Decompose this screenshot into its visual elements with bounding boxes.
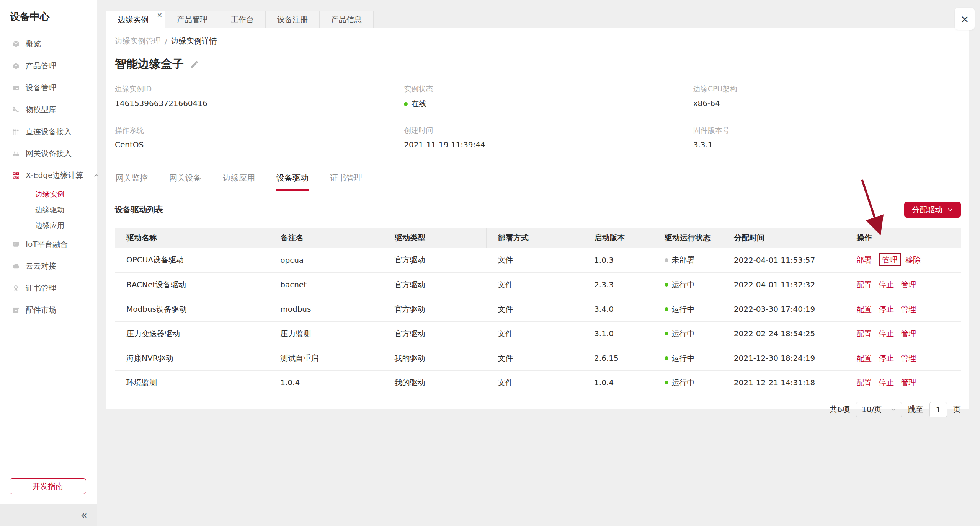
column-header: 驱动运行状态 [653,228,722,248]
cell-driver-name: 海康NVR驱动 [115,346,269,370]
tab-workbench[interactable]: 工作台 [219,11,266,28]
sidebar-item-certificate-management[interactable]: 证书管理 [0,277,97,299]
sidebar-item-x-edge-computing[interactable]: X-Edge边缘计算 [0,164,97,186]
dev-guide-button[interactable]: 开发指南 [10,478,86,494]
sidebar-item-direct-device-access[interactable]: 直连设备接入 [0,121,97,143]
sidebar-item-iot-platform-fusion[interactable]: IoT平台融合 [0,233,97,255]
breadcrumb-current: 边缘实例详情 [171,36,217,46]
cell-run-status: 运行中 [653,272,722,297]
action-link-配置[interactable]: 配置 [856,378,872,387]
cell-actions: 配置停止管理 [845,346,961,370]
sidebar-subitem-edge-app[interactable]: 边缘应用 [0,218,97,233]
action-link-停止[interactable]: 停止 [879,305,894,314]
subtab-gateway-monitor[interactable]: 网关监控 [115,169,149,191]
action-link-移除[interactable]: 移除 [905,255,921,264]
sidebar-item-label: 配件市场 [26,305,56,315]
action-link-管理[interactable]: 管理 [901,353,916,363]
top-tabstrip: 边缘实例×产品管理工作台设备注册产品信息 [106,11,374,28]
cell-assign-time: 2022-04-01 11:32:32 [722,272,845,297]
breadcrumb: 边缘实例管理 / 边缘实例详情 [115,36,961,46]
cube-icon [11,40,20,48]
tab-device-register[interactable]: 设备注册 [266,11,320,28]
action-link-停止[interactable]: 停止 [879,378,894,387]
action-link-停止[interactable]: 停止 [879,353,894,363]
cell-remark: 测试自重启 [269,346,383,370]
action-link-停止[interactable]: 停止 [879,280,894,289]
subtab-edge-app[interactable]: 边缘应用 [222,169,256,191]
status-dot [665,332,668,335]
detail-field: 操作系统CentOS [115,125,382,157]
action-link-管理[interactable]: 管理 [901,378,916,387]
chevron-up-icon [93,173,99,178]
field-label: 边缘实例ID [115,84,382,94]
action-link-管理[interactable]: 管理 [901,305,916,314]
pagination: 共6项 10/页 跳至 页 [115,402,961,417]
sidebar-item-label: 产品管理 [26,61,56,71]
cell-remark: 1.0.4 [269,370,383,395]
action-link-配置[interactable]: 配置 [856,329,872,338]
sidebar-item-label: 网关设备接入 [26,148,72,159]
tab-edge-instance[interactable]: 边缘实例× [106,11,165,28]
sidebar-item-overview[interactable]: 概览 [0,33,97,55]
sidebar-subitem-edge-instance[interactable]: 边缘实例 [0,186,97,202]
sidebar-subitem-edge-driver[interactable]: 边缘驱动 [0,202,97,218]
action-link-管理[interactable]: 管理 [879,253,901,266]
field-value: 在线 [404,99,671,109]
cell-deploy-method: 文件 [486,321,583,346]
sidebar-item-thing-model-library[interactable]: 物模型库 [0,99,97,121]
tab-close-icon[interactable]: × [157,11,162,19]
panel-close-button[interactable]: × [955,8,975,30]
subtab-gateway-device[interactable]: 网关设备 [168,169,202,191]
cell-assign-time: 2022-03-30 17:40:19 [722,297,845,321]
cell-actions: 配置停止管理 [845,370,961,395]
cell-remark: opcua [269,248,383,272]
sidebar-item-label: 物模型库 [26,104,56,115]
action-link-部署[interactable]: 部署 [856,255,872,264]
action-link-配置[interactable]: 配置 [856,305,872,314]
action-link-管理[interactable]: 管理 [901,329,916,338]
edit-title-icon[interactable] [190,60,199,69]
action-link-配置[interactable]: 配置 [856,280,872,289]
cell-driver-type: 官方驱动 [383,272,487,297]
column-header: 分配时间 [722,228,845,248]
tab-product-management[interactable]: 产品管理 [165,11,219,28]
cell-deploy-method: 文件 [486,248,583,272]
sidebar-footer: « [0,504,97,526]
column-header: 操作 [845,228,961,248]
action-link-管理[interactable]: 管理 [901,280,916,289]
jump-page-input[interactable] [929,402,947,417]
assign-driver-button[interactable]: 分配驱动 [904,202,961,218]
breadcrumb-parent[interactable]: 边缘实例管理 [115,36,161,46]
grid-red-icon [11,171,20,180]
page-size-select[interactable]: 10/页 [856,402,902,417]
field-value: 3.3.1 [693,140,961,149]
cell-assign-time: 2021-12-21 14:31:18 [722,370,845,395]
column-header: 驱动名称 [115,228,269,248]
cell-driver-name: BACNet设备驱动 [115,272,269,297]
tab-product-info[interactable]: 产品信息 [320,11,374,28]
sidebar-item-gateway-device-access[interactable]: 网关设备接入 [0,143,97,164]
sidebar-item-cloud-cloud-connect[interactable]: 云云对接 [0,255,97,277]
action-link-配置[interactable]: 配置 [856,353,872,363]
subtab-certificate-management[interactable]: 证书管理 [329,169,363,191]
page-unit-label: 页 [953,404,961,415]
subtab-device-driver[interactable]: 设备驱动 [276,169,309,191]
collapse-sidebar-icon[interactable]: « [81,510,87,521]
action-link-停止[interactable]: 停止 [879,329,894,338]
cell-assign-time: 2022-04-01 11:53:57 [722,248,845,272]
field-value: 2021-11-19 11:39:44 [404,140,671,149]
table-row: 环境监测1.0.4我的驱动文件1.0.4运行中2021-12-21 14:31:… [115,370,961,395]
sidebar-item-product-management[interactable]: 产品管理 [0,55,97,77]
cell-driver-type: 我的驱动 [383,346,487,370]
sidebar-item-label: 直连设备接入 [26,127,72,137]
field-value: 1461539663721660416 [115,99,382,108]
column-header: 启动版本 [583,228,653,248]
cell-driver-name: 压力变送器驱动 [115,321,269,346]
sidebar-item-accessories-market[interactable]: 配件市场 [0,299,97,321]
sidebar-item-device-management[interactable]: 设备管理 [0,77,97,99]
field-label: 实例状态 [404,84,671,94]
cell-run-status: 运行中 [653,346,722,370]
sidebar-nav: 概览产品管理设备管理物模型库直连设备接入网关设备接入X-Edge边缘计算边缘实例… [0,33,97,321]
status-dot [665,258,668,262]
cell-deploy-method: 文件 [486,370,583,395]
